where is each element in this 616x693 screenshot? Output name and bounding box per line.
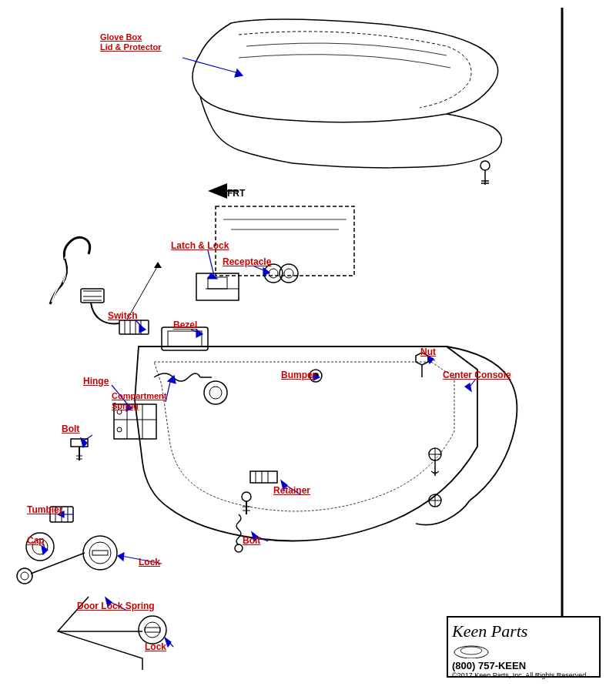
svg-point-71 xyxy=(145,622,160,638)
svg-rect-48 xyxy=(250,471,277,483)
svg-line-82 xyxy=(208,250,214,276)
svg-point-2 xyxy=(480,161,490,170)
svg-point-28 xyxy=(284,269,293,278)
keen-parts-tagline xyxy=(452,643,595,660)
svg-point-70 xyxy=(139,616,166,644)
svg-point-116 xyxy=(454,646,488,658)
label-bolt-lower: Bolt xyxy=(243,535,260,546)
label-switch: Switch xyxy=(108,310,138,321)
glove-box-lid-drawing xyxy=(192,19,501,185)
parts-diagram-svg xyxy=(0,0,616,693)
svg-marker-6 xyxy=(208,183,227,199)
label-lock-lower: Lock xyxy=(145,641,166,652)
label-frt: FRT xyxy=(227,188,245,199)
svg-marker-16 xyxy=(154,262,162,268)
screws-right xyxy=(429,448,441,507)
compartment-spring-part xyxy=(154,373,212,381)
keen-parts-logo-text: Keen Parts xyxy=(452,621,595,641)
svg-point-68 xyxy=(21,572,28,580)
bezel-part xyxy=(162,327,208,350)
label-bezel: Bezel xyxy=(173,320,197,330)
svg-point-29 xyxy=(204,381,227,404)
keen-parts-phone: (800) 757-KEEN xyxy=(452,660,595,671)
label-center-console: Center Console xyxy=(443,370,511,380)
svg-line-80 xyxy=(182,58,239,73)
svg-point-52 xyxy=(242,492,251,501)
keen-parts-logo-box: Keen Parts (800) 757-KEEN ©2017 Keen Par… xyxy=(447,616,601,678)
svg-point-26 xyxy=(269,269,278,278)
svg-rect-65 xyxy=(92,551,108,555)
retainer-part xyxy=(250,471,277,483)
svg-marker-107 xyxy=(118,553,124,561)
svg-point-30 xyxy=(209,387,222,399)
label-tumbler: Tumbler xyxy=(27,504,62,515)
keen-parts-copyright: ©2017 Keen Parts, Inc. All Rights Reserv… xyxy=(452,671,595,679)
svg-line-66 xyxy=(31,553,85,574)
svg-rect-72 xyxy=(145,628,160,632)
label-door-lock-spring: Door Lock Spring xyxy=(77,601,155,611)
bolt-lower-part xyxy=(242,492,251,514)
label-hinge: Hinge xyxy=(83,376,109,387)
lock-lower-part xyxy=(139,616,166,644)
wiring-harness xyxy=(50,237,162,323)
svg-point-56 xyxy=(235,544,243,552)
indicator-arrows xyxy=(42,58,476,647)
svg-marker-93 xyxy=(168,376,176,383)
svg-point-38 xyxy=(117,427,122,432)
svg-point-63 xyxy=(83,536,117,570)
svg-marker-81 xyxy=(235,69,243,77)
bolt-spring-lower xyxy=(235,514,243,552)
latch-lock-part xyxy=(196,273,239,300)
label-glove-box-lid: Glove BoxLid & Protector xyxy=(100,32,161,52)
svg-point-67 xyxy=(17,568,32,584)
label-latch-lock: Latch & Lock xyxy=(171,240,229,251)
label-compartment-spring: CompartmentSpring xyxy=(112,391,167,411)
label-lock-upper: Lock xyxy=(139,557,160,567)
label-retainer: Retainer xyxy=(273,485,310,496)
label-cap: Cap xyxy=(27,535,45,546)
label-receptacle: Receptacle xyxy=(223,256,271,267)
diagram-container: Glove BoxLid & Protector Latch & Lock Re… xyxy=(0,0,616,693)
label-bolt-left: Bolt xyxy=(62,424,79,434)
svg-rect-17 xyxy=(119,320,149,334)
label-nut: Nut xyxy=(420,346,436,357)
svg-marker-99 xyxy=(465,383,471,391)
svg-marker-87 xyxy=(139,325,146,333)
svg-point-117 xyxy=(460,647,482,654)
switch-part xyxy=(119,320,149,334)
label-bumper: Bumper xyxy=(281,370,316,380)
